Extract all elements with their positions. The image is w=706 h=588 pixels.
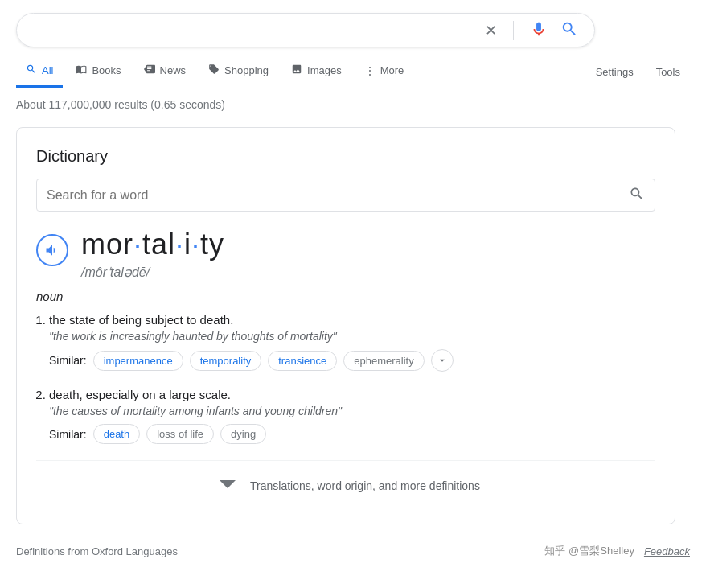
- tools-link[interactable]: Tools: [646, 58, 690, 86]
- nav-right: Settings Tools: [586, 58, 690, 86]
- footer: Definitions from Oxford Languages 知乎 @雪梨…: [0, 537, 706, 565]
- definition-item-2: death, especially on a large scale. "the…: [49, 388, 655, 444]
- search-submit-button[interactable]: [557, 20, 581, 40]
- word-area: mor·tal·i·ty /môrˈtalədē/: [36, 228, 655, 280]
- similar-tag-impermanence[interactable]: impermanence: [93, 351, 183, 371]
- tab-more-label: More: [380, 64, 404, 76]
- search-box: define: mortality ✕: [16, 13, 595, 47]
- images-icon: [291, 64, 302, 77]
- similar-tag-death[interactable]: death: [93, 424, 141, 444]
- all-icon: [26, 64, 37, 77]
- settings-link[interactable]: Settings: [586, 58, 643, 86]
- tab-more[interactable]: ⋮ More: [355, 56, 414, 88]
- more-def-text: Translations, word origin, and more defi…: [250, 479, 480, 492]
- expand-similar-button-1[interactable]: [431, 349, 454, 372]
- dictionary-search-input[interactable]: [47, 188, 622, 203]
- voice-search-button[interactable]: [527, 20, 551, 40]
- tab-shopping-label: Shopping: [224, 64, 269, 76]
- part-of-speech: noun: [36, 290, 655, 303]
- dictionary-search-box: [36, 179, 655, 212]
- dictionary-title: Dictionary: [36, 147, 655, 166]
- nav-tabs: All Books News Shopping Images ⋮ More Se…: [0, 56, 706, 88]
- news-icon: [144, 64, 155, 77]
- word-info: mor·tal·i·ty /môrˈtalədē/: [81, 228, 224, 280]
- similar-tag-ephemerality[interactable]: ephemerality: [343, 351, 424, 371]
- watermark: 知乎 @雪梨Shelley: [544, 544, 634, 558]
- definitions-list: the state of being subject to death. "th…: [36, 313, 655, 444]
- similar-label-2: Similar:: [49, 428, 87, 441]
- def-text-2: death, especially on a large scale.: [49, 388, 655, 401]
- tab-news-label: News: [160, 64, 187, 76]
- feedback-link[interactable]: Feedback: [644, 545, 690, 557]
- shopping-icon: [208, 64, 220, 77]
- tab-books[interactable]: Books: [66, 56, 130, 88]
- more-dots-icon: ⋮: [364, 64, 376, 77]
- word-pronunciation: /môrˈtalədē/: [81, 265, 224, 280]
- dictionary-search-button[interactable]: [629, 186, 645, 204]
- similar-tag-dying[interactable]: dying: [220, 424, 266, 444]
- audio-button[interactable]: [36, 234, 68, 266]
- similar-tag-transience[interactable]: transience: [268, 351, 337, 371]
- similar-area-2: Similar: death loss of life dying: [49, 424, 655, 444]
- dictionary-card: Dictionary mor·tal·i·ty /môrˈtalədē/ nou…: [16, 127, 675, 524]
- tab-books-label: Books: [92, 64, 121, 76]
- tab-images[interactable]: Images: [281, 56, 351, 88]
- similar-tag-loss-of-life[interactable]: loss of life: [146, 424, 214, 444]
- more-definitions-link[interactable]: Translations, word origin, and more defi…: [36, 460, 655, 504]
- def-example-1: "the work is increasingly haunted by tho…: [49, 330, 655, 343]
- search-input[interactable]: define: mortality: [30, 23, 475, 38]
- oxford-source: Definitions from Oxford Languages: [16, 545, 178, 557]
- def-example-2: "the causes of mortality among infants a…: [49, 405, 655, 417]
- tab-all[interactable]: All: [16, 56, 63, 88]
- tab-all-label: All: [42, 64, 53, 76]
- tab-images-label: Images: [307, 64, 342, 76]
- tab-news[interactable]: News: [134, 56, 196, 88]
- def-text-1: the state of being subject to death.: [49, 313, 655, 327]
- word-text: mor·tal·i·ty: [81, 228, 224, 261]
- tab-shopping[interactable]: Shopping: [199, 56, 278, 88]
- search-bar-area: define: mortality ✕: [0, 0, 706, 56]
- book-icon: [76, 64, 87, 77]
- chevron-down-icon: [211, 474, 244, 498]
- results-info: About 117,000,000 results (0.65 seconds): [0, 88, 706, 121]
- similar-area-1: Similar: impermanence temporality transi…: [49, 349, 655, 372]
- similar-tag-temporality[interactable]: temporality: [190, 351, 262, 371]
- definition-item-1: the state of being subject to death. "th…: [49, 313, 655, 372]
- search-clear-button[interactable]: ✕: [482, 22, 500, 39]
- similar-label-1: Similar:: [49, 354, 87, 367]
